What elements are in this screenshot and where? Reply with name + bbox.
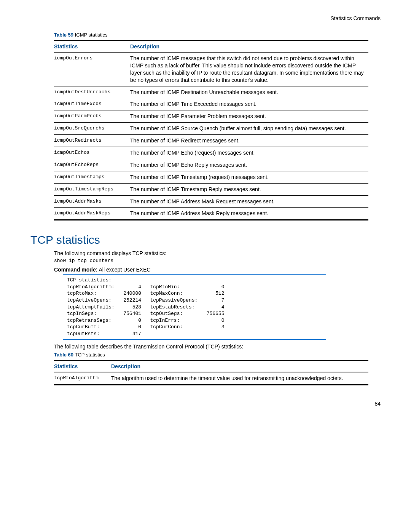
stat-name-cell: tcpRtoAlgorithm — [54, 372, 111, 385]
table-row: icmpOutTimeExcdsThe number of ICMP Time … — [54, 98, 368, 110]
stat-desc-cell: The number of ICMP Echo Reply messages s… — [130, 159, 368, 171]
table60: Statistics Description tcpRtoAlgorithmTh… — [54, 360, 368, 385]
stat-name-cell: icmpOutEchoReps — [54, 159, 130, 171]
tcp-statistics-heading: TCP statistics — [30, 233, 381, 246]
stat-name-cell: icmpOutAddrMaskReps — [54, 208, 130, 220]
stat-desc-cell: The number of ICMP messages that this sw… — [130, 52, 368, 86]
table-row: icmpOutErrorsThe number of ICMP messages… — [54, 52, 368, 86]
page-section-header: Statistics Commands — [30, 15, 381, 21]
command-mode-label: Command mode: — [54, 267, 97, 273]
table59-col2-header: Description — [130, 41, 368, 53]
table60-col2-header: Description — [111, 361, 368, 372]
stat-name-cell: icmpOutRedirects — [54, 135, 130, 147]
stat-name-cell: icmpOutSrcQuenchs — [54, 123, 130, 135]
table59: Statistics Description icmpOutErrorsThe … — [54, 40, 368, 220]
table60-col1-header: Statistics — [54, 361, 111, 372]
stat-desc-cell: The number of ICMP Address Mask Reply me… — [130, 208, 368, 220]
table-row: icmpOutSrcQuenchsThe number of ICMP Sour… — [54, 123, 368, 135]
stat-desc-cell: The number of ICMP Address Mask Request … — [130, 195, 368, 208]
stat-name-cell: icmpOutTimestamps — [54, 171, 130, 183]
stat-name-cell: icmpOutEchos — [54, 147, 130, 159]
tcp-after-console-text: The following table describes the Transm… — [54, 343, 381, 350]
table60-caption-text: TCP statistics — [75, 352, 105, 358]
table-row: icmpOutEchosThe number of ICMP Echo (req… — [54, 147, 368, 159]
table59-caption: Table 59 ICMP statistics — [54, 32, 381, 38]
stat-desc-cell: The number of ICMP Echo (request) messag… — [130, 147, 368, 159]
stat-desc-cell: The number of ICMP Parameter Problem mes… — [130, 110, 368, 123]
table-row: icmpOutParmProbsThe number of ICMP Param… — [54, 110, 368, 123]
stat-name-cell: icmpOutTimeExcds — [54, 98, 130, 110]
table-row: tcpRtoAlgorithmThe algorithm used to det… — [54, 372, 368, 385]
stat-desc-cell: The number of ICMP Source Quench (buffer… — [130, 123, 368, 135]
table59-caption-text: ICMP statistics — [75, 32, 108, 38]
table-row: icmpOutEchoRepsThe number of ICMP Echo R… — [54, 159, 368, 171]
tcp-intro-text: The following command displays TCP stati… — [54, 250, 381, 256]
table-row: icmpOutTimestampsThe number of ICMP Time… — [54, 171, 368, 183]
tcp-console-output: TCP statistics: tcpRtoAlgorithm: 4 tcpRt… — [63, 274, 326, 340]
stat-desc-cell: The algorithm used to determine the time… — [111, 372, 368, 385]
tcp-show-command: show ip tcp counters — [54, 258, 381, 264]
stat-desc-cell: The number of ICMP Timestamp Reply messa… — [130, 183, 368, 195]
table60-caption: Table 60 TCP statistics — [54, 352, 381, 358]
table-row: icmpOutAddrMasksThe number of ICMP Addre… — [54, 195, 368, 208]
stat-name-cell: icmpOutAddrMasks — [54, 195, 130, 208]
stat-desc-cell: The number of ICMP Destination Unreachab… — [130, 86, 368, 98]
stat-desc-cell: The number of ICMP Timestamp (request) m… — [130, 171, 368, 183]
table-row: icmpOutDestUnreachsThe number of ICMP De… — [54, 86, 368, 98]
table60-caption-label: Table 60 — [54, 352, 73, 358]
table59-caption-label: Table 59 — [54, 32, 73, 38]
table-row: icmpOutAddrMaskRepsThe number of ICMP Ad… — [54, 208, 368, 220]
table-row: icmpOutRedirectsThe number of ICMP Redir… — [54, 135, 368, 147]
stat-desc-cell: The number of ICMP Time Exceeded message… — [130, 98, 368, 110]
stat-desc-cell: The number of ICMP Redirect messages sen… — [130, 135, 368, 147]
stat-name-cell: icmpOutErrors — [54, 52, 130, 86]
stat-name-cell: icmpOutTimestampReps — [54, 183, 130, 195]
command-mode-text: All except User EXEC — [97, 267, 150, 273]
stat-name-cell: icmpOutDestUnreachs — [54, 86, 130, 98]
page-number: 84 — [30, 401, 381, 407]
stat-name-cell: icmpOutParmProbs — [54, 110, 130, 123]
table59-col1-header: Statistics — [54, 41, 130, 53]
command-mode-line: Command mode: All except User EXEC — [54, 267, 381, 273]
table-row: icmpOutTimestampRepsThe number of ICMP T… — [54, 183, 368, 195]
